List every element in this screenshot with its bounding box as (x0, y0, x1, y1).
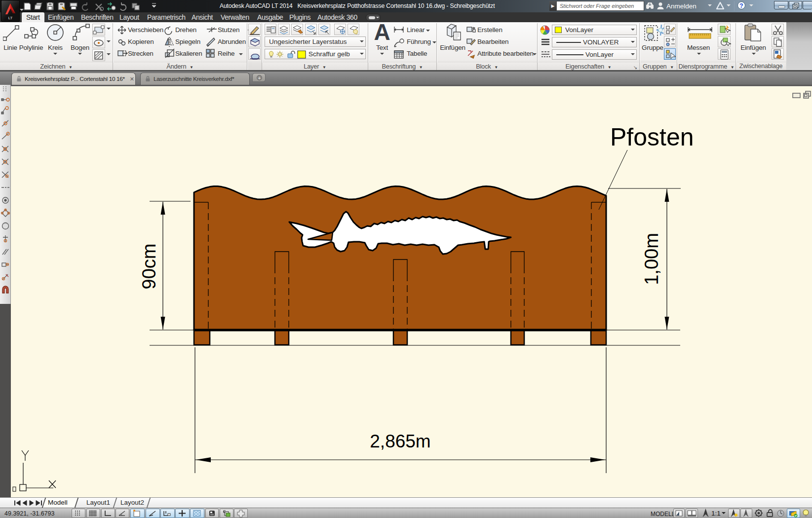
svg-text:90cm: 90cm (139, 244, 159, 290)
svg-text:1,00m: 1,00m (641, 233, 662, 285)
svg-text:LT: LT (8, 16, 13, 20)
svg-text:2,865m: 2,865m (370, 431, 430, 451)
svg-text:Pfosten: Pfosten (610, 123, 694, 151)
